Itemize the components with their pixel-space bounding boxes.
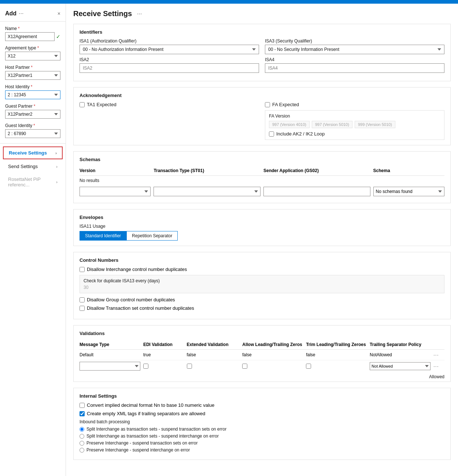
schemas-schema-select[interactable]: No schemas found (373, 187, 444, 196)
allowed-badge-row: Allowed (80, 372, 444, 376)
sidebar-item-rosettanet-label: RosettaNet PiP referenc... (8, 176, 56, 187)
guest-identity-field-group: Guest Identity * 2 : 67890 (0, 122, 66, 141)
batch-option-3-row: Preserve Interchange - suspend transacti… (80, 440, 444, 446)
identifiers-section: Identifiers ISA1 (Authorization Qualifie… (73, 24, 451, 81)
disallow-group-checkbox[interactable] (80, 297, 85, 302)
sidebar-divider-1 (0, 143, 66, 144)
main-header: Receive Settings ··· (73, 10, 451, 18)
host-identity-required-star: * (31, 84, 33, 89)
ack-grid: TA1 Expected FA Expected FA Version 997 … (80, 102, 444, 140)
sidebar-dots-button[interactable]: ··· (19, 10, 23, 17)
page-title: Receive Settings (73, 10, 132, 18)
fa-expected-checkbox[interactable] (265, 102, 270, 107)
val-add-trim-leading-checkbox[interactable] (306, 364, 311, 369)
host-partner-label: Host Partner * (5, 65, 60, 70)
guest-partner-required-star: * (34, 104, 36, 109)
validations-table: Message Type EDI Validation Extended Val… (80, 340, 444, 376)
agreement-type-required-star: * (37, 45, 39, 51)
host-partner-required-star: * (31, 65, 33, 70)
receive-settings-chevron-icon: › (55, 151, 57, 155)
convert-decimal-checkbox[interactable] (80, 403, 85, 408)
isa1-label: ISA1 (Authorization Qualifier) (80, 38, 259, 44)
batch-option-4-radio[interactable] (80, 448, 84, 453)
isa2-input[interactable] (80, 63, 259, 73)
sidebar-add-title: Add (5, 10, 16, 17)
host-partner-select[interactable]: X12Partner1 (5, 71, 60, 80)
create-empty-xml-checkbox[interactable] (80, 411, 85, 416)
batch-option-1-radio[interactable] (80, 427, 84, 432)
batch-option-1-row: Split Interchange as transaction sets - … (80, 427, 444, 432)
name-input-row: ✓ (5, 32, 60, 41)
include-ak2-checkbox[interactable] (269, 131, 274, 137)
create-empty-xml-label: Create empty XML tags if trailing separa… (87, 411, 205, 416)
val-add-extended-checkbox[interactable] (187, 364, 192, 369)
validations-default-row: Default true false false false NotAllowe… (80, 350, 444, 360)
allowed-badge: Allowed (429, 374, 444, 379)
schemas-sender-input[interactable] (263, 187, 370, 196)
sidebar-close-button[interactable]: × (58, 11, 60, 16)
disallow-interchange-row: Disallow Interchange control number dupl… (80, 267, 444, 272)
batch-option-2-row: Split Interchange as transaction sets - … (80, 434, 444, 439)
fa-group: FA Expected FA Version 997 (Version 4010… (265, 102, 444, 140)
isa1-group: ISA1 (Authorization Qualifier) 00 - No A… (80, 38, 259, 76)
guest-identity-select[interactable]: 2 : 67890 (5, 129, 60, 138)
check-duplicate-box: Check for duplicate ISA13 every (days) 3… (80, 275, 444, 293)
disallow-interchange-checkbox[interactable] (80, 267, 85, 272)
main-dots-button[interactable]: ··· (137, 11, 142, 17)
check-duplicate-label: Check for duplicate ISA13 every (days) (84, 278, 440, 283)
sidebar-item-receive-settings[interactable]: Receive Settings › (3, 146, 63, 159)
val-add-allow-leading-checkbox[interactable] (242, 364, 247, 369)
val-add-edi-checkbox[interactable] (143, 364, 148, 369)
schemas-header: Version Transaction Type (ST01) Sender A… (80, 166, 444, 176)
schemas-version-select[interactable] (80, 187, 151, 196)
guest-partner-select[interactable]: X12Partner2 (5, 110, 60, 119)
val-default-row-dots-button[interactable]: ··· (433, 352, 444, 358)
isa2-label: ISA2 (80, 57, 259, 62)
val-default-trailing-separator: NotAllowed (370, 352, 431, 357)
batch-option-4-label: Preserve Interchange - suspend interchan… (86, 447, 190, 453)
control-numbers-section: Control Numbers Disallow Interchange con… (73, 252, 451, 319)
agreement-type-select[interactable]: X12 (5, 52, 60, 60)
batch-option-2-radio[interactable] (80, 434, 84, 439)
schemas-transaction-select[interactable] (154, 187, 261, 196)
name-field-group: Name * ✓ (0, 25, 66, 44)
val-col-extended: Extended Validation (187, 342, 240, 347)
schemas-col-transaction: Transaction Type (ST01) (154, 168, 261, 173)
name-required-star: * (18, 26, 20, 31)
val-col-trim-leading: Trim Leading/Trailing Zeroes (306, 342, 367, 347)
isa3-select[interactable]: 00 - No Security Information Present (265, 45, 444, 54)
batch-option-1-label: Split Interchange as transaction sets - … (86, 427, 226, 432)
val-add-trailing-separator-select[interactable]: Not Allowed (370, 362, 431, 370)
fa-version-btn-4010[interactable]: 997 (Version 4010) (269, 121, 310, 128)
internal-settings-section-title: Internal Settings (80, 393, 444, 399)
isa3-field: ISA3 (Security Qualifier) 00 - No Securi… (265, 38, 444, 54)
check-duplicate-value: 30 (84, 285, 440, 290)
schemas-col-sender: Sender Application (GS02) (263, 168, 370, 173)
disallow-group-row: Disallow Group control number duplicates (80, 297, 444, 302)
sidebar-item-send-settings[interactable]: Send Settings › (3, 161, 63, 172)
name-input[interactable] (5, 32, 55, 41)
sidebar: Add ··· × Name * ✓ Agreement type * X12 (0, 4, 66, 476)
val-add-row-dots-button[interactable]: ··· (433, 363, 444, 369)
val-col-allow-leading: Allow Leading/Trailing Zeros (242, 342, 303, 347)
isa2-field: ISA2 (80, 57, 259, 73)
host-identity-field-group: Host Identity * 2 : 12345 (0, 83, 66, 102)
agreement-type-label: Agreement type * (5, 45, 60, 51)
host-identity-select[interactable]: 2 : 12345 (5, 90, 60, 99)
fa-version-btn-5010-997[interactable]: 997 (Version 5010) (312, 121, 352, 128)
isa1-select[interactable]: 00 - No Authorization Information Presen… (80, 45, 259, 54)
fa-version-btn-5010-999[interactable]: 999 (Version 5010) (355, 121, 395, 128)
isa4-input[interactable] (265, 63, 444, 73)
repetition-separator-btn[interactable]: Repetition Separator (126, 231, 178, 241)
batch-option-3-radio[interactable] (80, 441, 84, 446)
main-content: Receive Settings ··· Identifiers ISA1 (A… (66, 4, 458, 476)
disallow-transaction-checkbox[interactable] (80, 306, 85, 311)
ta1-checkbox[interactable] (80, 102, 85, 107)
sidebar-item-send-settings-label: Send Settings (8, 164, 38, 169)
schemas-section-title: Schemas (80, 157, 444, 162)
identifiers-section-title: Identifiers (80, 29, 444, 35)
fa-checkbox-row: FA Expected (265, 102, 444, 107)
standard-identifier-btn[interactable]: Standard Identifier (80, 231, 126, 241)
disallow-group-label: Disallow Group control number duplicates (87, 297, 175, 302)
val-add-message-type-select[interactable] (80, 362, 140, 371)
